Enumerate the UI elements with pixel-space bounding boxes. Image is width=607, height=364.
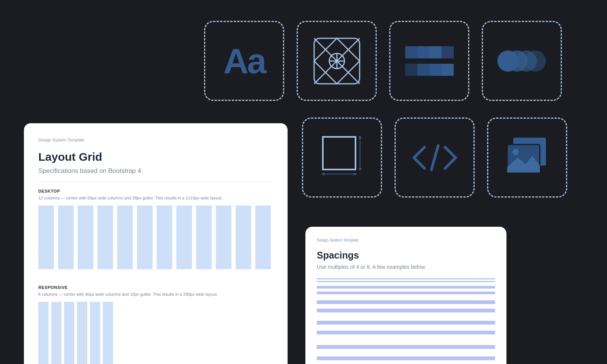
spacing-bars (317, 278, 495, 360)
images-stack-icon (505, 137, 550, 179)
svg-marker-9 (359, 135, 362, 138)
responsive-heading: RESPONSIVE (38, 285, 273, 290)
spacings-title: Spacings (317, 250, 495, 261)
layout-grid-subtitle: Specifications based on Bootstrap 4. (38, 167, 273, 175)
tile-elevation (482, 21, 562, 101)
doc-template-label: Design System Template (317, 238, 495, 242)
svg-rect-7 (323, 137, 355, 169)
desktop-heading: DESKTOP (38, 189, 273, 193)
svg-line-14 (431, 146, 438, 170)
layout-grid-card: Design System Template Layout Grid Speci… (24, 123, 288, 364)
svg-point-17 (513, 149, 519, 155)
responsive-columns (38, 302, 273, 364)
tile-row-1: Aa (204, 21, 562, 101)
layout-grid-title: Layout Grid (38, 151, 273, 163)
tile-logo (297, 21, 377, 101)
svg-marker-10 (359, 168, 362, 171)
code-icon (410, 143, 459, 173)
spacings-card: Design System Template Spacings Use mult… (305, 227, 506, 364)
responsive-desc: 6 columns — center with 40px wide column… (38, 292, 273, 297)
elevation-dots-icon (497, 50, 547, 72)
typography-icon: Aa (223, 44, 265, 78)
doc-template-label: Design System Template (38, 138, 273, 142)
tile-code (395, 118, 475, 198)
divider (38, 182, 273, 182)
desktop-columns (38, 206, 273, 269)
spacing-square-icon (318, 133, 367, 182)
tile-colors (389, 21, 469, 101)
spacings-subtitle: Use multiples of 4 or 8. A few examples … (317, 264, 495, 270)
svg-marker-12 (321, 173, 324, 176)
desktop-desc: 12 columns — center with 65px wide colum… (38, 196, 273, 200)
svg-marker-13 (354, 173, 357, 176)
color-palette-icon (405, 46, 454, 76)
logo-geometric-icon (313, 37, 361, 85)
tile-typography: Aa (204, 21, 284, 101)
tile-images (487, 118, 567, 198)
tile-spacing (302, 118, 382, 198)
tile-row-2 (302, 118, 567, 198)
